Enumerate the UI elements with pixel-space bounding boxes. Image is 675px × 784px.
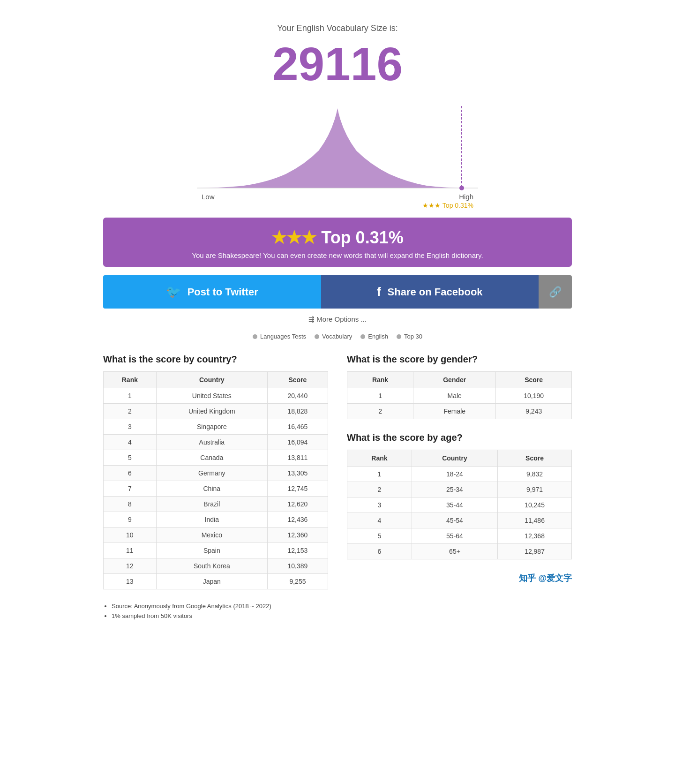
score-cell: 16,465 — [267, 419, 328, 435]
country-col-score: Score — [267, 372, 328, 388]
result-header: Your English Vocabulary Size is: 29116 — [103, 9, 572, 94]
score-cell: 10,190 — [496, 388, 572, 404]
score-cell: 12,987 — [498, 544, 572, 559]
table-row: 2United Kingdom18,828 — [104, 404, 328, 419]
gender-cell: Female — [413, 404, 496, 419]
rank-cell: 2 — [347, 404, 413, 419]
age-table: Rank Country Score 118-249,832225-349,97… — [347, 450, 572, 559]
bell-curve-svg — [173, 99, 502, 193]
table-row: 8Brazil12,620 — [104, 497, 328, 512]
table-row: 3Singapore16,465 — [104, 419, 328, 435]
country-col-country: Country — [156, 372, 267, 388]
age-cell: 55-64 — [412, 528, 497, 544]
table-row: 10Mexico12,360 — [104, 528, 328, 543]
score-cell: 10,389 — [267, 558, 328, 574]
share-buttons-row: 🐦 Post to Twitter f Share on Facebook 🔗 — [103, 275, 572, 309]
country-cell: United States — [156, 388, 267, 404]
link-icon: 🔗 — [549, 286, 562, 298]
watermark: 知乎 @爱文字 — [347, 573, 572, 584]
table-row: 11Spain12,153 — [104, 543, 328, 558]
tags-row: Languages TestsVocabularyEnglishTop 30 — [103, 333, 572, 340]
table-row: 118-249,832 — [347, 467, 572, 482]
score-cell: 18,828 — [267, 404, 328, 419]
table-row: 1United States20,440 — [104, 388, 328, 404]
tag-item[interactable]: Top 30 — [397, 333, 422, 340]
country-cell: Spain — [156, 543, 267, 558]
table-row: 555-6412,368 — [347, 528, 572, 544]
table-row: 13Japan9,255 — [104, 574, 328, 589]
rank-cell: 11 — [104, 543, 157, 558]
country-cell: China — [156, 481, 267, 497]
score-cell: 9,243 — [496, 404, 572, 419]
country-cell: Singapore — [156, 419, 267, 435]
table-row: 2Female9,243 — [347, 404, 572, 419]
svg-point-2 — [459, 186, 464, 190]
more-options-button[interactable]: More Options ... — [103, 315, 572, 324]
twitter-share-button[interactable]: 🐦 Post to Twitter — [103, 275, 321, 309]
bell-low-label: Low — [202, 193, 215, 201]
age-cell: 65+ — [412, 544, 497, 559]
bell-star-label: ★★★ Top 0.31% — [173, 202, 502, 209]
tag-label: Vocabulary — [322, 333, 352, 340]
age-table-title: What is the score by age? — [347, 432, 572, 443]
country-col-rank: Rank — [104, 372, 157, 388]
rank-cell: 6 — [104, 466, 157, 481]
result-label: Your English Vocabulary Size is: — [112, 23, 562, 33]
banner-title: ★★★ Top 0.31% — [112, 228, 562, 248]
country-cell: Brazil — [156, 497, 267, 512]
facebook-share-button[interactable]: f Share on Facebook — [321, 275, 539, 309]
table-row: 665+12,987 — [347, 544, 572, 559]
tag-item[interactable]: Languages Tests — [253, 333, 306, 340]
gender-col-rank: Rank — [347, 372, 413, 388]
bell-star-text: ★★★ Top 0.31% — [422, 202, 473, 209]
score-cell: 20,440 — [267, 388, 328, 404]
tag-item[interactable]: Vocabulary — [315, 333, 352, 340]
table-row: 225-349,971 — [347, 482, 572, 498]
gender-table: Rank Gender Score 1Male10,1902Female9,24… — [347, 371, 572, 419]
rank-cell: 4 — [104, 435, 157, 450]
gender-col-gender: Gender — [413, 372, 496, 388]
gender-cell: Male — [413, 388, 496, 404]
right-tables-col: What is the score by gender? Rank Gender… — [347, 354, 572, 622]
country-cell: United Kingdom — [156, 404, 267, 419]
score-cell: 12,620 — [267, 497, 328, 512]
bell-high-label: High — [459, 193, 473, 201]
banner-title-text: Top 0.31% — [321, 228, 403, 247]
source-notes: Source: Anonymously from Google Analytic… — [103, 603, 328, 619]
score-cell: 12,360 — [267, 528, 328, 543]
gender-col-score: Score — [496, 372, 572, 388]
country-cell: India — [156, 512, 267, 528]
table-row: 1Male10,190 — [347, 388, 572, 404]
age-col-score: Score — [498, 450, 572, 467]
rank-cell: 4 — [347, 513, 412, 528]
tag-dot — [360, 334, 365, 339]
country-table-col: What is the score by country? Rank Count… — [103, 354, 328, 622]
score-cell: 9,255 — [267, 574, 328, 589]
tag-label: Languages Tests — [260, 333, 306, 340]
rank-cell: 1 — [347, 467, 412, 482]
country-cell: South Korea — [156, 558, 267, 574]
score-cell: 12,745 — [267, 481, 328, 497]
rank-cell: 7 — [104, 481, 157, 497]
rank-cell: 1 — [104, 388, 157, 404]
tag-dot — [315, 334, 319, 339]
age-cell: 18-24 — [412, 467, 497, 482]
table-row: 6Germany13,305 — [104, 466, 328, 481]
country-cell: Japan — [156, 574, 267, 589]
copy-link-button[interactable]: 🔗 — [539, 275, 572, 309]
country-cell: Australia — [156, 435, 267, 450]
table-row: 12South Korea10,389 — [104, 558, 328, 574]
facebook-icon: f — [377, 285, 381, 299]
country-table: Rank Country Score 1United States20,4402… — [103, 371, 328, 589]
rank-cell: 3 — [104, 419, 157, 435]
table-row: 9India12,436 — [104, 512, 328, 528]
more-options-label: More Options ... — [316, 315, 367, 323]
tag-item[interactable]: English — [360, 333, 388, 340]
banner-subtitle: You are Shakespeare! You can even create… — [112, 251, 562, 259]
rank-cell: 2 — [347, 482, 412, 498]
age-cell: 45-54 — [412, 513, 497, 528]
rank-cell: 9 — [104, 512, 157, 528]
score-cell: 16,094 — [267, 435, 328, 450]
age-col-rank: Rank — [347, 450, 412, 467]
rank-cell: 8 — [104, 497, 157, 512]
